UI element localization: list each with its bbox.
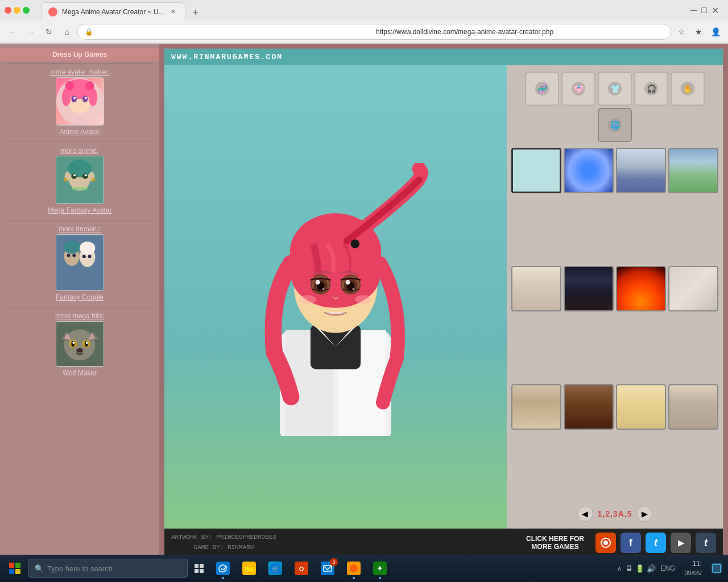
tray-expand[interactable]: ∧ bbox=[617, 565, 622, 572]
mega-fantasy-image[interactable] bbox=[56, 156, 104, 204]
forward-button[interactable]: → bbox=[23, 24, 39, 40]
bg-option-blue-glow[interactable] bbox=[564, 148, 614, 193]
sidebar-section-couple: more rinmaru: bbox=[0, 223, 159, 305]
bg-option-hallway[interactable] bbox=[511, 384, 561, 430]
bg-option-street[interactable] bbox=[616, 148, 666, 193]
task-view-button[interactable] bbox=[189, 558, 209, 579]
bg-option-desert[interactable] bbox=[616, 384, 666, 430]
edge-icon bbox=[216, 562, 230, 575]
more-mega-link[interactable]: more mega hits: bbox=[7, 312, 152, 320]
more-rinmaru-link[interactable]: more rinmaru: bbox=[7, 225, 152, 233]
svg-rect-85 bbox=[200, 564, 204, 568]
bg-option-mountains[interactable] bbox=[668, 148, 718, 193]
new-tab-button[interactable]: + bbox=[188, 5, 204, 20]
url-text: https://www.dolldivine.com/mega-anime-av… bbox=[376, 28, 664, 36]
social-twitter-button[interactable]: t bbox=[646, 533, 666, 553]
maximize-button[interactable]: □ bbox=[701, 5, 707, 15]
bg-option-computer[interactable] bbox=[668, 266, 718, 311]
more-anime-link[interactable]: more anime: bbox=[7, 147, 152, 155]
mega-fantasy-link[interactable]: Mega Fantasy Avatar bbox=[7, 206, 152, 214]
network-icon[interactable]: 🖥 bbox=[625, 564, 633, 573]
profile-button[interactable]: 👤 bbox=[708, 24, 723, 40]
yt-icon: ▶ bbox=[678, 538, 684, 547]
social-tumblr-button[interactable]: t bbox=[696, 533, 716, 553]
svg-point-7 bbox=[71, 95, 77, 102]
volume-icon[interactable]: 🔊 bbox=[647, 564, 656, 573]
bg-option-room[interactable] bbox=[511, 266, 561, 311]
cust-icon-headphones[interactable]: 🎧 bbox=[634, 72, 668, 106]
bg-option-arcade[interactable] bbox=[564, 266, 614, 311]
footer-cta[interactable]: CLICK HERE FOR MORE GAMES bbox=[526, 535, 584, 551]
sidebar-top-link[interactable]: Dress Up Games bbox=[0, 48, 159, 61]
right-panel: 🧬 👘 👕 🎧 ✋ bbox=[507, 65, 723, 529]
character-display bbox=[164, 65, 507, 529]
svg-point-42 bbox=[72, 342, 75, 344]
reload-button[interactable]: ↻ bbox=[41, 24, 57, 40]
social-ring-button[interactable] bbox=[595, 533, 616, 553]
anime-avatar-image[interactable] bbox=[56, 77, 104, 126]
wolf-maker-link[interactable]: Wolf Maker bbox=[7, 369, 152, 377]
svg-rect-23 bbox=[56, 235, 104, 290]
tw-icon: t bbox=[654, 537, 657, 549]
svg-text:🧬: 🧬 bbox=[537, 84, 548, 94]
folder-icon bbox=[242, 562, 256, 575]
notification-button[interactable] bbox=[708, 557, 726, 580]
next-page-button[interactable]: ▶ bbox=[636, 506, 652, 522]
cust-icon-globe[interactable]: 🌐 bbox=[598, 108, 632, 142]
svg-point-3 bbox=[61, 89, 71, 106]
fantasy-couple-link[interactable]: Fantasy Couple bbox=[7, 293, 152, 301]
game-body: 🧬 👘 👕 🎧 ✋ bbox=[164, 65, 723, 529]
social-facebook-button[interactable]: f bbox=[621, 533, 641, 553]
battery-icon[interactable]: 🔋 bbox=[635, 564, 644, 573]
close-button[interactable]: ✕ bbox=[712, 5, 719, 16]
search-icon: 🔍 bbox=[35, 564, 44, 573]
svg-text:🛒: 🛒 bbox=[271, 564, 280, 573]
taskbar-search[interactable]: 🔍 Type here to search bbox=[28, 559, 188, 578]
cust-icon-kimono[interactable]: 👘 bbox=[561, 72, 595, 106]
bg-option-plain[interactable] bbox=[511, 148, 561, 193]
windows-logo bbox=[9, 563, 20, 574]
language-indicator[interactable]: ENG bbox=[657, 564, 679, 572]
bookmark-button[interactable]: ☆ bbox=[673, 24, 689, 40]
bg-option-corridor[interactable] bbox=[668, 384, 718, 430]
minimize-button[interactable]: ─ bbox=[690, 5, 697, 15]
anime-avatar-link[interactable]: Anime Avatar bbox=[7, 128, 152, 136]
active-tab[interactable]: Mega Anime Avatar Creator ~ U... ✕ bbox=[41, 2, 185, 20]
fantasy-couple-image[interactable] bbox=[56, 234, 104, 291]
taskbar-edge[interactable] bbox=[210, 557, 235, 580]
taskbar-office[interactable]: O bbox=[289, 557, 314, 580]
nav-bar: ← → ↻ ⌂ 🔒 https://www.dolldivine.com/meg… bbox=[0, 20, 728, 43]
fb-icon: f bbox=[629, 537, 632, 549]
bg-option-books[interactable] bbox=[564, 384, 614, 430]
address-bar[interactable]: 🔒 https://www.dolldivine.com/mega-anime-… bbox=[77, 24, 671, 40]
cust-icon-shirt[interactable]: 👕 bbox=[598, 72, 632, 106]
home-button[interactable]: ⌂ bbox=[59, 24, 75, 40]
prev-page-button[interactable]: ◀ bbox=[577, 506, 593, 522]
taskbar-firefox[interactable] bbox=[341, 557, 366, 580]
system-clock[interactable]: 11: 09/05/ bbox=[680, 560, 706, 577]
svg-point-29 bbox=[72, 253, 76, 257]
cust-icon-hand[interactable]: ✋ bbox=[671, 72, 705, 106]
back-button[interactable]: ← bbox=[5, 24, 20, 40]
collections-button[interactable]: ★ bbox=[690, 24, 706, 40]
character-svg-area bbox=[230, 157, 441, 436]
edge-indicator bbox=[222, 577, 224, 579]
tab-close-button[interactable]: ✕ bbox=[169, 7, 178, 16]
taskbar-mail[interactable]: 3 bbox=[315, 557, 340, 580]
taskbar-file-explorer[interactable] bbox=[237, 557, 262, 580]
search-placeholder: Type here to search bbox=[47, 564, 113, 573]
bg-option-fire[interactable] bbox=[616, 266, 666, 311]
taskbar-store[interactable]: 🛒 bbox=[263, 557, 288, 580]
svg-point-10 bbox=[84, 97, 86, 99]
cust-icon-dna[interactable]: 🧬 bbox=[525, 72, 559, 106]
svg-text:✋: ✋ bbox=[683, 84, 693, 94]
svg-point-6 bbox=[85, 81, 94, 90]
taskbar-gamepass[interactable]: ✦ bbox=[367, 557, 392, 580]
start-button[interactable] bbox=[2, 557, 27, 580]
svg-point-19 bbox=[84, 174, 86, 176]
wolf-maker-image[interactable] bbox=[56, 321, 104, 367]
more-avatar-link[interactable]: more avatar maker: bbox=[7, 68, 152, 76]
social-youtube-button[interactable]: ▶ bbox=[671, 533, 691, 553]
divider-3 bbox=[7, 220, 152, 221]
svg-text:👕: 👕 bbox=[610, 84, 621, 94]
